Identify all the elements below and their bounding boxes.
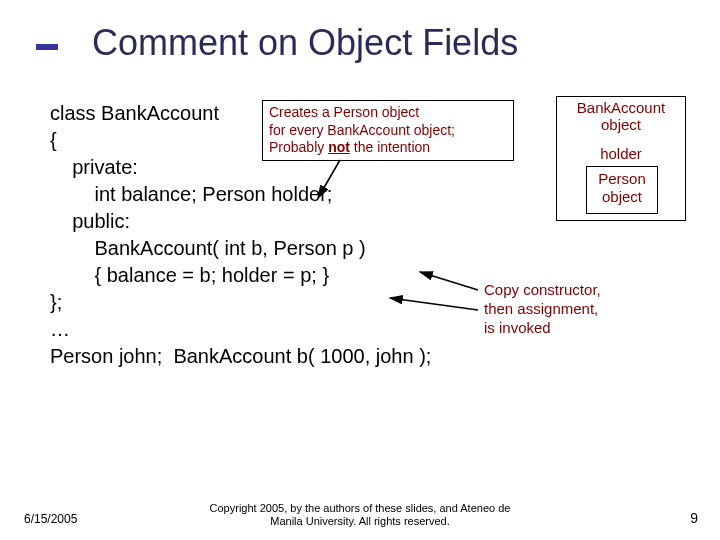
slide-title: Comment on Object Fields <box>92 22 518 64</box>
box-label-line: Person <box>598 170 646 187</box>
callout-create-person: Creates a Person object for every BankAc… <box>262 100 514 161</box>
callout-line: Probably <box>269 139 328 155</box>
callout-line: the intention <box>350 139 430 155</box>
footer-line: Manila University. All rights reserved. <box>270 515 450 527</box>
box-label-line: BankAccount <box>577 99 665 116</box>
footer-copyright: Copyright 2005, by the authors of these … <box>0 502 720 528</box>
box-label-line: object <box>602 188 642 205</box>
box-label-line: object <box>601 116 641 133</box>
footer-slide-number: 9 <box>690 510 698 526</box>
callout-emphasis: not <box>328 139 350 155</box>
slide: Comment on Object Fields class BankAccou… <box>0 0 720 540</box>
callout-copy-constructor: Copy constructor, then assignment, is in… <box>484 281 601 337</box>
callout-line: for every BankAccount object; <box>269 122 455 138</box>
callout-line: Copy constructor, <box>484 281 601 298</box>
callout-line: then assignment, <box>484 300 598 317</box>
person-object-box: Person object <box>586 166 658 214</box>
callout-line: Creates a Person object <box>269 104 419 120</box>
footer-line: Copyright 2005, by the authors of these … <box>210 502 511 514</box>
callout-line: is invoked <box>484 319 551 336</box>
box-holder-label: holder <box>557 145 685 162</box>
title-rule <box>36 44 58 50</box>
